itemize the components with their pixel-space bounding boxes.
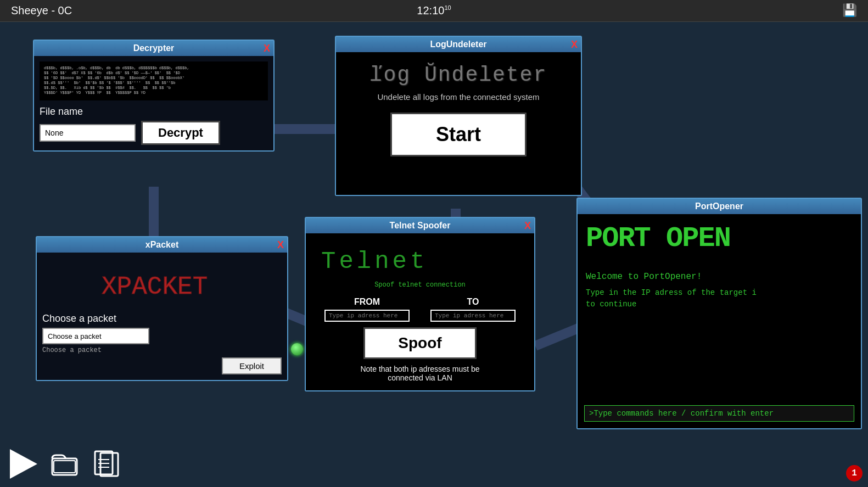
notification-badge[interactable]: 1 bbox=[846, 465, 863, 482]
decrypter-body: d$$$b, d$$$b, .o$b, d$$$b, db db d$$$b, … bbox=[34, 56, 273, 150]
top-bar: Sheeye - 0C 12:1010 💾 bbox=[0, 0, 868, 22]
xpacket-title: xPacket bbox=[145, 240, 179, 250]
start-button[interactable]: Start bbox=[390, 113, 527, 156]
xpacket-controls: Exploit bbox=[42, 357, 282, 374]
telnet-title: Telnet Spoofer bbox=[390, 221, 451, 231]
logundeleter-title: LogUndeleter bbox=[430, 40, 486, 49]
xpacket-body: XPACKET XPACKET Choose a packet Choose a… bbox=[37, 253, 287, 380]
xpacket-window: xPacket X XPACKET XPACKET Choose a packe… bbox=[36, 236, 288, 381]
logundeleter-ascii-title: ľog Ŭndeleter bbox=[370, 63, 547, 87]
exploit-button[interactable]: Exploit bbox=[222, 357, 282, 374]
play-button[interactable] bbox=[8, 449, 38, 479]
app-title: Sheeye - 0C bbox=[11, 4, 72, 17]
xpacket-ascii-art: XPACKET XPACKET bbox=[42, 258, 282, 313]
portopener-welcome: Welcome to PortOpener! bbox=[586, 272, 853, 282]
file-name-label: File name bbox=[40, 106, 268, 117]
from-ip-input[interactable] bbox=[324, 310, 410, 322]
portopener-header: PortOpener bbox=[578, 199, 861, 214]
telnet-ascii-art: Telnet bbox=[314, 242, 526, 278]
play-triangle-icon bbox=[10, 449, 37, 479]
folder-button[interactable] bbox=[49, 449, 80, 479]
save-icon[interactable]: 💾 bbox=[842, 3, 857, 18]
svg-rect-12 bbox=[100, 453, 118, 476]
clock: 12:1010 bbox=[417, 4, 451, 17]
from-label: FROM bbox=[354, 297, 380, 307]
telnet-spoofer-window: Telnet Spoofer X Telnet Spoof telnet con… bbox=[305, 217, 535, 391]
logundeleter-window: LogUndeleter X ľog Ŭndeleter Undelete al… bbox=[335, 36, 582, 196]
xpacket-hint: Choose a packet bbox=[42, 346, 282, 354]
portopener-window: PortOpener PORT OPEN Welcome to PortOpen… bbox=[576, 198, 862, 429]
xpacket-close-button[interactable]: X bbox=[277, 240, 284, 250]
portopener-command-line: >Type commands here / confirm with enter bbox=[584, 405, 854, 422]
svg-rect-10 bbox=[54, 461, 75, 473]
telnet-body: Telnet Spoof telnet connection FROM TO S… bbox=[306, 233, 534, 390]
logundeleter-header: LogUndeleter X bbox=[336, 37, 581, 52]
decrypter-window: Decrypter X d$$$b, d$$$b, .o$b, d$$$b, d… bbox=[33, 40, 275, 152]
choose-packet-label: Choose a packet bbox=[42, 313, 282, 324]
spoof-button[interactable]: Spoof bbox=[363, 327, 476, 359]
to-ip-input[interactable] bbox=[430, 310, 516, 322]
portopener-body: Welcome to PortOpener! Type in the IP ad… bbox=[578, 264, 861, 428]
telnet-to-field: TO bbox=[430, 297, 516, 322]
taskbar bbox=[8, 449, 121, 479]
file-name-input[interactable] bbox=[40, 124, 136, 142]
decrypter-controls: Decrypt bbox=[40, 121, 268, 145]
portopener-title: PortOpener bbox=[695, 201, 743, 211]
decrypter-ascii-art: d$$$b, d$$$b, .o$b, d$$$b, db db d$$$b, … bbox=[40, 61, 268, 100]
choose-packet-input[interactable] bbox=[42, 328, 149, 344]
decrypter-close-button[interactable]: X bbox=[264, 43, 270, 53]
telnet-from-field: FROM bbox=[324, 297, 410, 322]
to-label: TO bbox=[467, 297, 479, 307]
decrypt-button[interactable]: Decrypt bbox=[141, 121, 220, 145]
svg-text:XPACKET: XPACKET bbox=[102, 273, 208, 301]
decrypter-title: Decrypter bbox=[133, 43, 175, 53]
documents-button[interactable] bbox=[91, 449, 121, 479]
connection-indicator bbox=[291, 343, 303, 355]
decrypter-header: Decrypter X bbox=[34, 41, 273, 56]
svg-text:Telnet: Telnet bbox=[321, 248, 428, 275]
portopener-inner: PORT OPEN Welcome to PortOpener! Type in… bbox=[578, 214, 861, 428]
telnet-subtitle: Spoof telnet connection bbox=[314, 281, 526, 289]
portopener-banner: PORT OPEN bbox=[578, 214, 861, 264]
logundeleter-close-button[interactable]: X bbox=[571, 40, 578, 49]
portopener-description: Type in the IP adress of the target ito … bbox=[586, 287, 853, 310]
logundeleter-body: ľog Ŭndeleter Undelete all logs from the… bbox=[336, 52, 581, 195]
telnet-from-to: FROM TO bbox=[314, 297, 526, 322]
xpacket-header: xPacket X bbox=[37, 237, 287, 253]
telnet-close-button[interactable]: X bbox=[524, 221, 531, 231]
svg-line-5 bbox=[535, 327, 582, 346]
telnet-note: Note that both ip adresses must beconnec… bbox=[314, 365, 526, 382]
telnet-header: Telnet Spoofer X bbox=[306, 218, 534, 233]
logundeleter-description: Undelete all logs from the connected sys… bbox=[377, 92, 539, 102]
